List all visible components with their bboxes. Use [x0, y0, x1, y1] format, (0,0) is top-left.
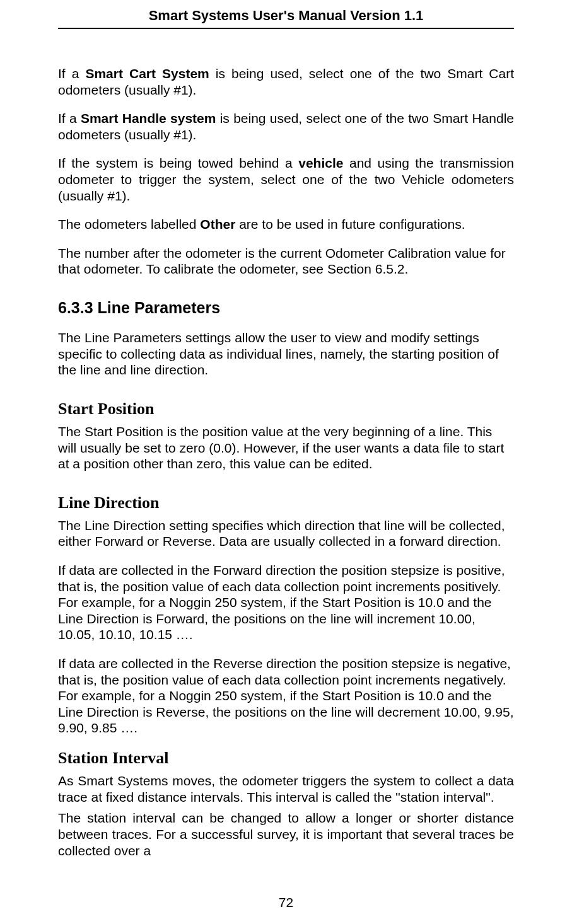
paragraph-station-2: The station interval can be changed to a…	[58, 810, 514, 858]
paragraph-linedir-intro: The Line Direction setting specifies whi…	[58, 517, 514, 550]
document-page: Smart Systems User's Manual Version 1.1 …	[0, 0, 572, 924]
bold-text: Other	[200, 217, 235, 231]
paragraph-vehicle: If the system is being towed behind a ve…	[58, 155, 514, 204]
heading-start-position: Start Position	[58, 400, 514, 419]
text: are to be used in future configurations.	[235, 217, 465, 231]
paragraph-calibration: The number after the odometer is the cur…	[58, 245, 514, 277]
header-rule	[58, 28, 514, 29]
bold-text: vehicle	[298, 156, 343, 170]
bold-text: Smart Cart System	[85, 66, 209, 81]
paragraph-line-params-intro: The Line Parameters settings allow the u…	[58, 330, 514, 378]
paragraph-smart-cart: If a Smart Cart System is being used, se…	[58, 66, 514, 98]
page-number: 72	[0, 895, 572, 910]
text: If a	[58, 66, 85, 81]
heading-line-parameters: 6.3.3 Line Parameters	[58, 299, 514, 317]
heading-station-interval: Station Interval	[58, 749, 514, 768]
paragraph-linedir-reverse: If data are collected in the Reverse dir…	[58, 655, 514, 736]
text: If the system is being towed behind a	[58, 156, 298, 170]
paragraph-linedir-forward: If data are collected in the Forward dir…	[58, 562, 514, 643]
paragraph-station-1: As Smart Systems moves, the odometer tri…	[58, 773, 514, 805]
bold-text: Smart Handle system	[81, 111, 216, 125]
text: The odometers labelled	[58, 217, 200, 231]
paragraph-other: The odometers labelled Other are to be u…	[58, 216, 514, 233]
header-title: Smart Systems User's Manual Version 1.1	[58, 0, 514, 28]
text: If a	[58, 111, 81, 125]
heading-line-direction: Line Direction	[58, 494, 514, 512]
paragraph-start-position: The Start Position is the position value…	[58, 424, 514, 472]
paragraph-smart-handle: If a Smart Handle system is being used, …	[58, 110, 514, 142]
